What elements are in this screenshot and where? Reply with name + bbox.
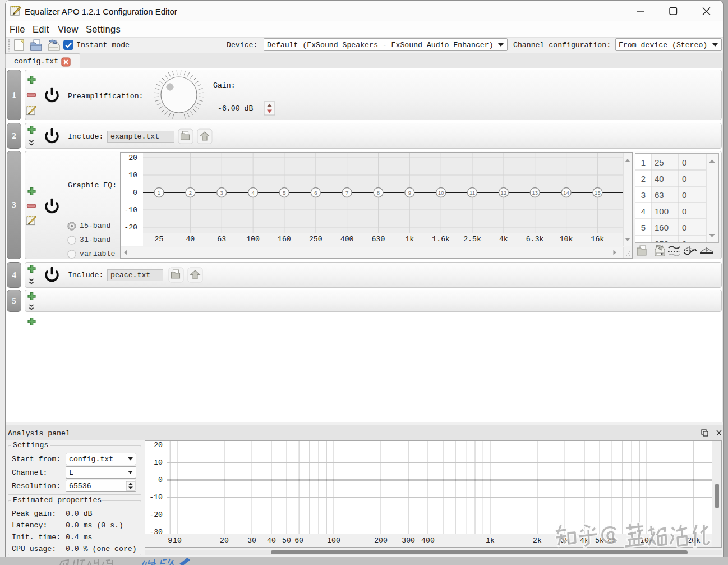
- svg-text:7: 7: [345, 190, 348, 196]
- svg-text:5: 5: [283, 190, 285, 196]
- svg-text:13: 13: [532, 190, 538, 196]
- svg-text:15: 15: [595, 190, 601, 196]
- svg-text:6: 6: [314, 190, 317, 196]
- svg-text:14: 14: [563, 190, 569, 196]
- svg-text:3: 3: [220, 190, 223, 196]
- svg-text:11: 11: [469, 190, 475, 196]
- svg-text:1: 1: [158, 190, 160, 196]
- svg-text:4: 4: [251, 190, 254, 196]
- svg-text:10: 10: [438, 190, 444, 196]
- svg-text:9: 9: [408, 190, 411, 196]
- svg-text:2: 2: [189, 190, 192, 196]
- svg-text:8: 8: [377, 190, 380, 196]
- svg-text:12: 12: [501, 190, 507, 196]
